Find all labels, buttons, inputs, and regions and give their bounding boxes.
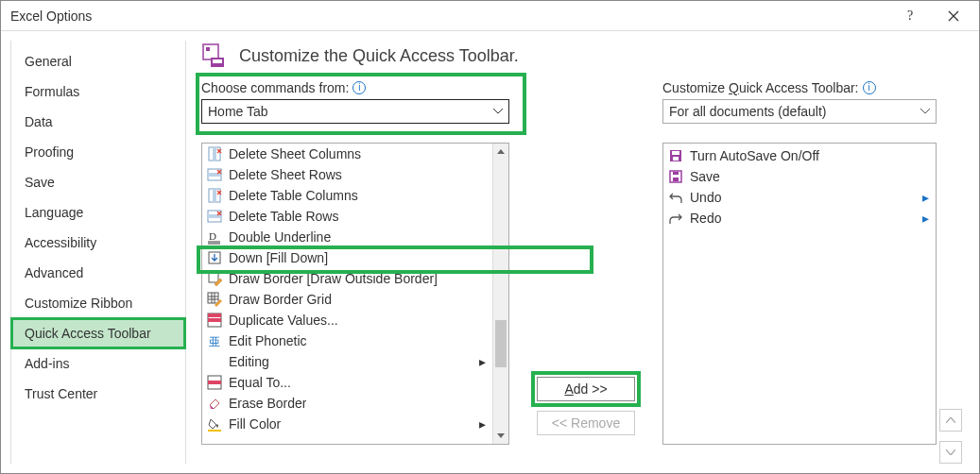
autosave-icon: [667, 147, 684, 164]
pencil-border-icon: [206, 270, 223, 287]
svg-rect-27: [208, 381, 221, 384]
delete-row-icon: [206, 166, 223, 183]
customize-qat-value: For all documents (default): [669, 104, 827, 119]
sidebar-item-data[interactable]: Data: [11, 107, 185, 137]
list-item[interactable]: 亜Edit Phonetic: [202, 330, 492, 351]
svg-text:亜: 亜: [209, 335, 220, 348]
list-item[interactable]: Delete Table Columns: [202, 185, 492, 206]
submenu-arrow-icon: ▸: [922, 211, 932, 226]
sidebar-item-add-ins[interactable]: Add-ins: [11, 348, 185, 379]
customize-qat-select[interactable]: For all documents (default): [662, 99, 937, 124]
list-item[interactable]: Fill Color▸: [202, 414, 492, 434]
sidebar-item-advanced[interactable]: Advanced: [11, 258, 185, 288]
window-title: Excel Options: [10, 8, 888, 24]
svg-rect-34: [673, 172, 679, 175]
sidebar-item-trust-center[interactable]: Trust Center: [11, 379, 185, 409]
list-item[interactable]: Draw Border Grid: [202, 289, 492, 310]
list-item-fill-down[interactable]: Down [Fill Down]: [202, 247, 492, 268]
edit-phonetic-icon: 亜: [206, 332, 223, 349]
sidebar-item-customize-ribbon[interactable]: Customize Ribbon: [11, 288, 185, 318]
list-item[interactable]: Editing▸: [202, 351, 492, 372]
choose-commands-select[interactable]: Home Tab: [201, 99, 509, 124]
fill-color-icon: [206, 415, 223, 432]
info-icon[interactable]: i: [863, 81, 876, 94]
svg-rect-31: [673, 157, 679, 161]
title-bar: Excel Options ?: [1, 1, 979, 31]
svg-rect-24: [208, 318, 221, 322]
double-underline-icon: D: [206, 229, 223, 245]
list-item[interactable]: Equal To...: [202, 372, 492, 393]
svg-rect-7: [208, 173, 221, 177]
svg-text:D: D: [209, 230, 216, 242]
undo-icon: [667, 189, 684, 206]
blank-icon: [206, 353, 223, 370]
choose-commands-label: Choose commands from: i: [201, 80, 509, 95]
svg-rect-30: [672, 151, 679, 155]
redo-icon: [667, 210, 684, 227]
svg-rect-1: [206, 47, 210, 51]
submenu-arrow-icon: ▸: [479, 416, 489, 432]
submenu-arrow-icon: ▸: [479, 354, 489, 369]
sidebar-item-general[interactable]: General: [11, 46, 185, 76]
sidebar-item-accessibility[interactable]: Accessibility: [11, 228, 185, 258]
svg-rect-33: [673, 178, 679, 181]
scroll-track[interactable]: [493, 160, 508, 428]
move-up-button[interactable]: [939, 409, 962, 432]
svg-rect-0: [203, 44, 218, 59]
scrollbar[interactable]: [492, 144, 508, 444]
list-item[interactable]: Redo▸: [663, 208, 936, 229]
scroll-down-button[interactable]: [493, 428, 508, 444]
save-icon: [667, 168, 684, 185]
close-button[interactable]: [932, 1, 975, 31]
svg-rect-3: [213, 59, 222, 63]
page-header: Customize the Quick Access Toolbar.: [201, 42, 964, 69]
delete-col-icon: [206, 145, 223, 162]
list-item[interactable]: Delete Sheet Rows: [202, 164, 492, 185]
page-title: Customize the Quick Access Toolbar.: [239, 46, 519, 66]
list-item[interactable]: Undo▸: [663, 187, 936, 208]
list-item[interactable]: Delete Sheet Columns: [202, 144, 492, 164]
move-down-button[interactable]: [939, 441, 962, 464]
qat-listbox[interactable]: Turn AutoSave On/Off Save Undo▸ Redo▸: [662, 143, 937, 445]
scroll-thumb[interactable]: [495, 320, 507, 367]
info-icon[interactable]: i: [352, 81, 366, 94]
sidebar-item-save[interactable]: Save: [11, 167, 185, 197]
sidebar: General Formulas Data Proofing Save Lang…: [10, 41, 186, 464]
list-item[interactable]: Erase Border: [202, 393, 492, 414]
list-item[interactable]: DDouble Underline: [202, 227, 492, 247]
remove-button: << Remove: [537, 411, 635, 435]
choose-commands-value: Home Tab: [208, 104, 268, 119]
svg-rect-11: [208, 214, 221, 218]
pencil-grid-icon: [206, 291, 223, 308]
list-item[interactable]: Duplicate Values...: [202, 310, 492, 330]
help-button[interactable]: ?: [888, 1, 932, 31]
svg-rect-28: [208, 430, 221, 432]
dup-values-icon: [206, 312, 223, 329]
delete-table-row-icon: [206, 208, 223, 225]
equal-to-icon: [206, 374, 223, 391]
qat-icon: [201, 42, 228, 69]
chevron-down-icon: [493, 109, 503, 114]
chevron-down-icon: [920, 109, 930, 114]
sidebar-item-proofing[interactable]: Proofing: [11, 137, 185, 167]
commands-listbox[interactable]: Delete Sheet Columns Delete Sheet Rows D…: [201, 143, 509, 445]
list-item[interactable]: Delete Table Rows: [202, 206, 492, 227]
svg-rect-5: [213, 147, 216, 161]
list-item[interactable]: Turn AutoSave On/Off: [663, 145, 936, 166]
sidebar-item-language[interactable]: Language: [11, 197, 185, 228]
svg-rect-16: [209, 273, 218, 282]
scroll-up-button[interactable]: [493, 144, 508, 160]
customize-qat-label: Customize Quick Access Toolbar: i: [662, 80, 937, 95]
fill-down-icon: [206, 249, 223, 266]
svg-rect-23: [208, 313, 221, 317]
sidebar-item-quick-access-toolbar[interactable]: Quick Access Toolbar: [11, 318, 185, 348]
svg-rect-9: [213, 189, 216, 202]
list-item[interactable]: Save: [663, 166, 936, 187]
submenu-arrow-icon: ▸: [922, 190, 932, 205]
delete-table-col-icon: [206, 187, 223, 204]
erase-border-icon: [206, 395, 223, 412]
sidebar-item-formulas[interactable]: Formulas: [11, 76, 185, 107]
svg-rect-17: [208, 293, 218, 303]
list-item[interactable]: Draw Border [Draw Outside Border]: [202, 268, 492, 289]
add-button[interactable]: Add >>: [537, 377, 635, 401]
